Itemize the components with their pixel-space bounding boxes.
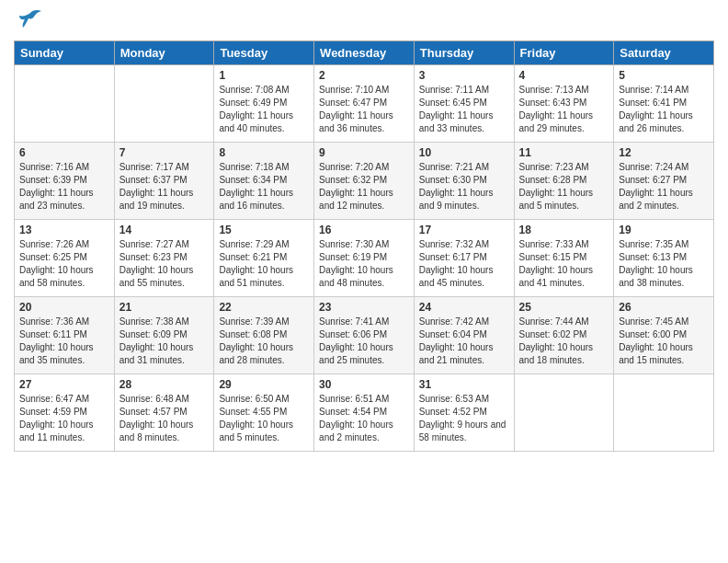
day-info: Sunrise: 7:13 AMSunset: 6:43 PMDaylight:…: [519, 84, 609, 135]
calendar-cell: [614, 374, 714, 452]
calendar-cell: 14Sunrise: 7:27 AMSunset: 6:23 PMDayligh…: [114, 220, 214, 297]
calendar-cell: 26Sunrise: 7:45 AMSunset: 6:00 PMDayligh…: [614, 297, 714, 374]
day-number: 3: [419, 69, 509, 82]
day-info: Sunrise: 7:17 AMSunset: 6:37 PMDaylight:…: [119, 161, 210, 213]
day-info: Sunrise: 7:36 AMSunset: 6:11 PMDaylight:…: [19, 316, 109, 367]
calendar-cell: 19Sunrise: 7:35 AMSunset: 6:13 PMDayligh…: [614, 220, 714, 297]
week-row-1: 1Sunrise: 7:08 AMSunset: 6:49 PMDaylight…: [15, 65, 714, 143]
calendar-cell: [114, 65, 214, 143]
day-number: 14: [119, 224, 210, 236]
week-row-4: 20Sunrise: 7:36 AMSunset: 6:11 PMDayligh…: [15, 297, 714, 374]
day-number: 6: [19, 146, 109, 159]
calendar-cell: 2Sunrise: 7:10 AMSunset: 6:47 PMDaylight…: [314, 65, 415, 143]
day-number: 19: [619, 224, 709, 236]
day-info: Sunrise: 7:11 AMSunset: 6:45 PMDaylight:…: [419, 84, 509, 135]
day-number: 27: [19, 378, 109, 391]
day-info: Sunrise: 7:38 AMSunset: 6:09 PMDaylight:…: [119, 316, 210, 367]
day-info: Sunrise: 7:27 AMSunset: 6:23 PMDaylight:…: [119, 238, 210, 290]
calendar-cell: 5Sunrise: 7:14 AMSunset: 6:41 PMDaylight…: [614, 65, 714, 143]
day-info: Sunrise: 7:35 AMSunset: 6:13 PMDaylight:…: [619, 238, 709, 290]
calendar-cell: 16Sunrise: 7:30 AMSunset: 6:19 PMDayligh…: [314, 220, 415, 297]
day-header-tuesday: Tuesday: [214, 41, 314, 65]
day-number: 12: [619, 146, 709, 159]
day-number: 13: [19, 224, 109, 236]
day-number: 30: [319, 378, 409, 391]
day-info: Sunrise: 6:51 AMSunset: 4:54 PMDaylight:…: [319, 393, 409, 444]
day-number: 23: [319, 301, 409, 314]
calendar-cell: 10Sunrise: 7:21 AMSunset: 6:30 PMDayligh…: [414, 143, 514, 220]
day-number: 1: [219, 69, 309, 82]
calendar-cell: 11Sunrise: 7:23 AMSunset: 6:28 PMDayligh…: [514, 143, 614, 220]
calendar-cell: 24Sunrise: 7:42 AMSunset: 6:04 PMDayligh…: [414, 297, 514, 374]
day-info: Sunrise: 7:42 AMSunset: 6:04 PMDaylight:…: [419, 316, 509, 367]
day-info: Sunrise: 7:18 AMSunset: 6:34 PMDaylight:…: [219, 161, 309, 213]
day-number: 20: [19, 301, 109, 314]
calendar-cell: 22Sunrise: 7:39 AMSunset: 6:08 PMDayligh…: [214, 297, 314, 374]
day-info: Sunrise: 7:14 AMSunset: 6:41 PMDaylight:…: [619, 84, 709, 135]
day-header-monday: Monday: [114, 41, 214, 65]
day-info: Sunrise: 7:33 AMSunset: 6:15 PMDaylight:…: [519, 238, 609, 290]
day-info: Sunrise: 7:44 AMSunset: 6:02 PMDaylight:…: [519, 316, 609, 367]
header-row: SundayMondayTuesdayWednesdayThursdayFrid…: [15, 41, 714, 65]
day-info: Sunrise: 7:30 AMSunset: 6:19 PMDaylight:…: [319, 238, 409, 290]
day-info: Sunrise: 7:08 AMSunset: 6:49 PMDaylight:…: [219, 84, 309, 135]
calendar-cell: 15Sunrise: 7:29 AMSunset: 6:21 PMDayligh…: [214, 220, 314, 297]
day-info: Sunrise: 7:23 AMSunset: 6:28 PMDaylight:…: [519, 161, 609, 213]
day-number: 26: [619, 301, 709, 314]
calendar-cell: 7Sunrise: 7:17 AMSunset: 6:37 PMDaylight…: [114, 143, 214, 220]
logo-bird-icon: [17, 9, 43, 29]
logo: [14, 9, 43, 33]
day-number: 16: [319, 224, 409, 236]
day-number: 4: [519, 69, 609, 82]
day-number: 21: [119, 301, 210, 314]
day-number: 17: [419, 224, 509, 236]
day-info: Sunrise: 7:29 AMSunset: 6:21 PMDaylight:…: [219, 238, 309, 290]
week-row-5: 27Sunrise: 6:47 AMSunset: 4:59 PMDayligh…: [15, 374, 714, 452]
day-info: Sunrise: 7:45 AMSunset: 6:00 PMDaylight:…: [619, 316, 709, 367]
calendar-cell: 30Sunrise: 6:51 AMSunset: 4:54 PMDayligh…: [314, 374, 415, 452]
day-info: Sunrise: 7:39 AMSunset: 6:08 PMDaylight:…: [219, 316, 309, 367]
day-number: 31: [419, 378, 509, 391]
header: [14, 9, 714, 33]
calendar-cell: 13Sunrise: 7:26 AMSunset: 6:25 PMDayligh…: [15, 220, 115, 297]
day-number: 28: [119, 378, 210, 391]
calendar-cell: 31Sunrise: 6:53 AMSunset: 4:52 PMDayligh…: [414, 374, 514, 452]
week-row-3: 13Sunrise: 7:26 AMSunset: 6:25 PMDayligh…: [15, 220, 714, 297]
day-header-saturday: Saturday: [614, 41, 714, 65]
day-header-sunday: Sunday: [15, 41, 115, 65]
day-info: Sunrise: 6:50 AMSunset: 4:55 PMDaylight:…: [219, 393, 309, 444]
calendar-cell: 8Sunrise: 7:18 AMSunset: 6:34 PMDaylight…: [214, 143, 314, 220]
day-number: 2: [319, 69, 409, 82]
day-info: Sunrise: 7:21 AMSunset: 6:30 PMDaylight:…: [419, 161, 509, 213]
calendar-cell: 25Sunrise: 7:44 AMSunset: 6:02 PMDayligh…: [514, 297, 614, 374]
calendar-cell: 17Sunrise: 7:32 AMSunset: 6:17 PMDayligh…: [414, 220, 514, 297]
day-number: 7: [119, 146, 210, 159]
calendar-cell: 3Sunrise: 7:11 AMSunset: 6:45 PMDaylight…: [414, 65, 514, 143]
day-info: Sunrise: 7:32 AMSunset: 6:17 PMDaylight:…: [419, 238, 509, 290]
day-info: Sunrise: 7:10 AMSunset: 6:47 PMDaylight:…: [319, 84, 409, 135]
calendar-cell: 4Sunrise: 7:13 AMSunset: 6:43 PMDaylight…: [514, 65, 614, 143]
day-header-thursday: Thursday: [414, 41, 514, 65]
calendar-cell: 6Sunrise: 7:16 AMSunset: 6:39 PMDaylight…: [15, 143, 115, 220]
calendar-cell: 18Sunrise: 7:33 AMSunset: 6:15 PMDayligh…: [514, 220, 614, 297]
day-number: 22: [219, 301, 309, 314]
calendar-cell: [514, 374, 614, 452]
day-number: 5: [619, 69, 709, 82]
day-number: 8: [219, 146, 309, 159]
day-info: Sunrise: 6:53 AMSunset: 4:52 PMDaylight:…: [419, 393, 509, 444]
day-number: 18: [519, 224, 609, 236]
calendar-cell: 29Sunrise: 6:50 AMSunset: 4:55 PMDayligh…: [214, 374, 314, 452]
day-info: Sunrise: 6:47 AMSunset: 4:59 PMDaylight:…: [19, 393, 109, 444]
day-header-friday: Friday: [514, 41, 614, 65]
calendar-cell: 28Sunrise: 6:48 AMSunset: 4:57 PMDayligh…: [114, 374, 214, 452]
calendar-cell: 21Sunrise: 7:38 AMSunset: 6:09 PMDayligh…: [114, 297, 214, 374]
day-info: Sunrise: 7:41 AMSunset: 6:06 PMDaylight:…: [319, 316, 409, 367]
day-number: 29: [219, 378, 309, 391]
day-number: 9: [319, 146, 409, 159]
day-number: 11: [519, 146, 609, 159]
day-info: Sunrise: 6:48 AMSunset: 4:57 PMDaylight:…: [119, 393, 210, 444]
day-info: Sunrise: 7:20 AMSunset: 6:32 PMDaylight:…: [319, 161, 409, 213]
day-info: Sunrise: 7:26 AMSunset: 6:25 PMDaylight:…: [19, 238, 109, 290]
day-info: Sunrise: 7:24 AMSunset: 6:27 PMDaylight:…: [619, 161, 709, 213]
week-row-2: 6Sunrise: 7:16 AMSunset: 6:39 PMDaylight…: [15, 143, 714, 220]
